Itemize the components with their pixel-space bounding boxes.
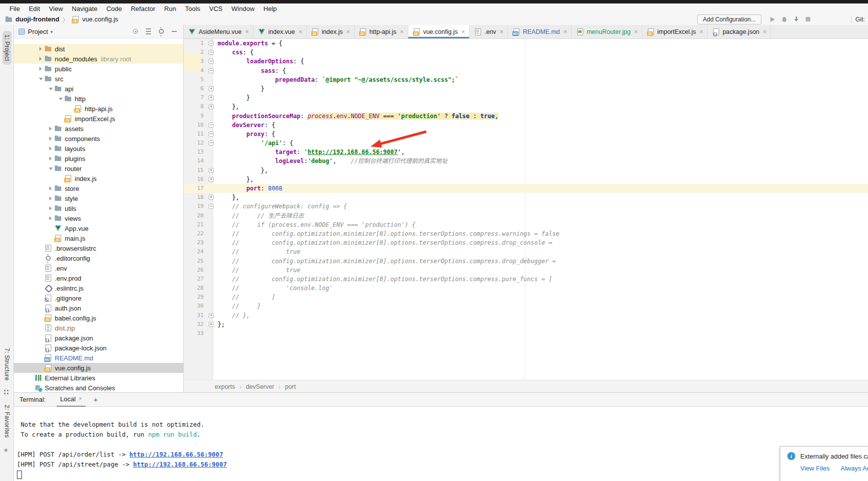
tree-item-app-vue[interactable]: App.vue <box>14 223 183 233</box>
chevron-right-icon[interactable] <box>47 206 54 210</box>
fold-collapse-icon[interactable] <box>209 141 214 146</box>
chevron-right-icon[interactable] <box>37 67 44 71</box>
code-editor[interactable]: 1module.exports = {2 css: {3 loaderOptio… <box>184 39 868 380</box>
stripe-structure-button[interactable]: 7: Structure <box>3 348 10 381</box>
close-icon[interactable]: × <box>400 28 404 35</box>
menu-item-file[interactable]: File <box>5 5 24 12</box>
fold-end-icon[interactable] <box>209 86 214 91</box>
collapse-all-icon[interactable] <box>144 27 152 35</box>
tree-item-package-lock-json[interactable]: package-lock.json <box>14 343 183 353</box>
project-panel-title[interactable]: Project <box>28 28 48 35</box>
new-terminal-button[interactable]: + <box>94 395 98 404</box>
close-icon[interactable]: × <box>346 28 350 35</box>
tree-item-layouts[interactable]: layouts <box>14 144 183 154</box>
menu-item-code[interactable]: Code <box>102 5 126 12</box>
tree-item-router[interactable]: router <box>14 163 183 173</box>
menu-item-edit[interactable]: Edit <box>24 5 44 12</box>
chevron-right-icon[interactable] <box>47 137 54 141</box>
tree-item--browserslistrc[interactable]: .browserslistrc <box>14 243 183 253</box>
chevron-right-icon[interactable] <box>47 127 54 131</box>
tree-item-package-json[interactable]: package.json <box>14 333 183 343</box>
tree-item-readme-md[interactable]: README.md <box>14 353 183 363</box>
tree-item-plugins[interactable]: plugins <box>14 154 183 163</box>
menu-item-help[interactable]: Help <box>259 5 281 12</box>
menu-item-refactor[interactable]: Refactor <box>126 5 160 12</box>
breadcrumb-project-name[interactable]: duoji-frontend <box>15 15 59 23</box>
close-icon[interactable]: × <box>245 28 249 35</box>
editor-tab-readme-md[interactable]: README.md× <box>508 25 572 38</box>
fold-end-icon[interactable] <box>209 168 214 173</box>
tree-item--env-prod[interactable]: .env.prod <box>14 273 183 283</box>
terminal-link[interactable]: http://192.168.66.56:9007 <box>129 451 223 458</box>
tree-item-http[interactable]: http <box>14 94 183 104</box>
fold-end-icon[interactable] <box>209 177 214 182</box>
editor-tab-menurouter-jpg[interactable]: menuRouter.jpg× <box>572 25 642 38</box>
breadcrumb-devserver[interactable]: devServer <box>246 383 274 390</box>
terminal-link[interactable]: http://192.168.66.56:9007 <box>133 461 227 468</box>
stripe-favorites-button[interactable]: 2: Favorites <box>3 405 10 438</box>
chevron-right-icon[interactable] <box>47 216 54 220</box>
breadcrumb-exports[interactable]: exports <box>215 383 235 390</box>
tree-item-http-api-js[interactable]: http-api.js <box>14 104 183 114</box>
breadcrumb-port[interactable]: port <box>285 383 296 390</box>
notification-action-always-add[interactable]: Always Add <box>841 465 868 472</box>
locate-file-icon[interactable] <box>131 27 139 35</box>
menu-item-run[interactable]: Run <box>160 5 181 12</box>
tree-item-babel-config-js[interactable]: babel.config.js <box>14 313 183 323</box>
tree-item-views[interactable]: views <box>14 213 183 223</box>
fold-collapse-icon[interactable] <box>209 50 214 55</box>
tree-item-store[interactable]: store <box>14 183 183 193</box>
tree-item-scratches-and-consoles[interactable]: Scratches and Consoles <box>14 383 183 392</box>
chevron-down-icon[interactable] <box>57 98 64 100</box>
fold-collapse-icon[interactable] <box>209 41 214 46</box>
tree-item-dist[interactable]: dist <box>14 44 183 54</box>
debug-icon[interactable] <box>780 15 788 23</box>
editor-tab-asidemenu-vue[interactable]: AsideMenu.vue× <box>184 25 253 38</box>
close-icon[interactable]: × <box>763 28 767 35</box>
close-icon[interactable]: × <box>461 28 465 35</box>
chevron-right-icon[interactable] <box>47 147 54 151</box>
fold-end-icon[interactable] <box>209 322 214 327</box>
tree-item-style[interactable]: style <box>14 193 183 203</box>
tree-item--env[interactable]: .env <box>14 263 183 273</box>
chevron-right-icon[interactable] <box>47 186 54 190</box>
close-icon[interactable]: × <box>298 28 302 35</box>
run-icon[interactable] <box>768 15 776 23</box>
tree-item--eslintrc-js[interactable]: .eslintrc.js <box>14 283 183 293</box>
tree-item-index-js[interactable]: index.js <box>14 173 183 183</box>
editor-tab-http-api-js[interactable]: http-api.js× <box>355 25 408 38</box>
tree-item--gitignore[interactable]: .gitignore <box>14 293 183 303</box>
chevron-right-icon[interactable] <box>37 57 44 61</box>
add-configuration-button[interactable]: Add Configuration... <box>697 14 761 24</box>
tree-item-api[interactable]: api <box>14 84 183 94</box>
close-icon[interactable]: × <box>499 28 503 35</box>
chevron-down-icon[interactable] <box>37 78 44 80</box>
tree-item-components[interactable]: components <box>14 134 183 144</box>
chevron-down-icon[interactable] <box>47 167 54 170</box>
fold-end-icon[interactable] <box>209 195 214 200</box>
update-project-icon[interactable] <box>792 15 800 23</box>
fold-end-icon[interactable] <box>209 313 214 318</box>
menu-item-navigate[interactable]: Navigate <box>67 5 102 12</box>
chevron-right-icon[interactable] <box>47 157 54 160</box>
fold-collapse-icon[interactable] <box>209 59 214 64</box>
editor-tab-vue-config-js[interactable]: vue.config.js× <box>408 25 470 38</box>
close-icon[interactable]: × <box>79 395 82 402</box>
editor-tab-package-json[interactable]: package.json× <box>708 25 771 38</box>
fold-collapse-icon[interactable] <box>209 68 214 73</box>
tree-item-vue-config-js[interactable]: vue.config.js <box>14 363 183 373</box>
git-widget-label[interactable]: Git: <box>856 16 865 23</box>
tree-item-importexcel-js[interactable]: importExcel.js <box>14 114 183 124</box>
tree-item-node-modules[interactable]: node_moduleslibrary root <box>14 54 183 64</box>
tree-item--editorconfig[interactable]: .editorconfig <box>14 253 183 263</box>
menu-item-vcs[interactable]: VCS <box>205 5 227 12</box>
stop-icon[interactable] <box>804 15 812 23</box>
tree-item-dist-zip[interactable]: dist.zip <box>14 323 183 333</box>
fold-collapse-icon[interactable] <box>209 132 214 137</box>
menu-item-view[interactable]: View <box>44 5 67 12</box>
chevron-right-icon[interactable] <box>47 196 54 200</box>
hide-panel-icon[interactable] <box>170 27 178 35</box>
terminal-tab-local[interactable]: Local × <box>57 393 86 407</box>
fold-end-icon[interactable] <box>209 95 214 100</box>
menu-item-window[interactable]: Window <box>227 5 259 12</box>
